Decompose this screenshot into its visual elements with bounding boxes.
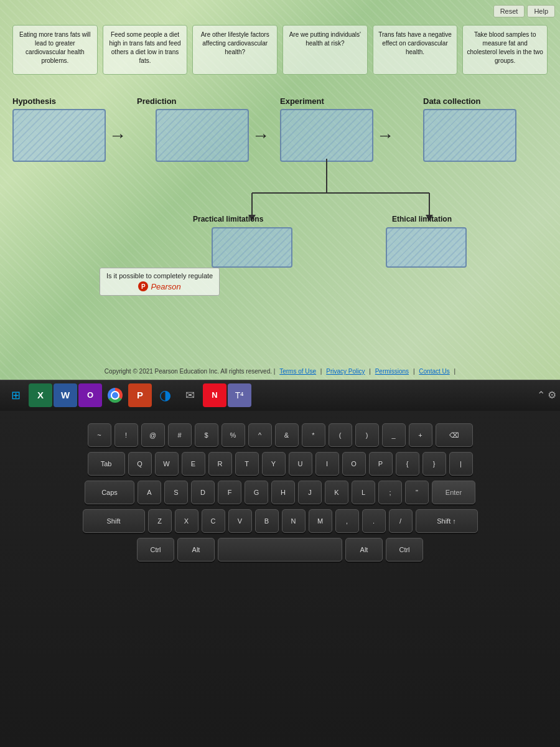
key-dash[interactable]: _ xyxy=(382,423,406,447)
copyright-text: Copyright © 2021 Pearson Education Inc. … xyxy=(105,368,272,375)
key-star[interactable]: * xyxy=(302,423,325,447)
hypothesis-label: Hypothesis xyxy=(12,96,56,106)
key-plus[interactable]: + xyxy=(409,423,432,447)
key-e[interactable]: E xyxy=(182,452,205,476)
card-1: Eating more trans fats will lead to grea… xyxy=(12,25,98,75)
key-o[interactable]: O xyxy=(342,452,366,476)
keyboard-row-z: Shift Z X C V B N M , . / Shift ↑ xyxy=(83,509,478,533)
key-space[interactable] xyxy=(218,538,342,561)
key-l[interactable]: L xyxy=(352,481,375,504)
key-ctrl-r[interactable]: Ctrl xyxy=(386,538,423,561)
card-2: Feed some people a diet high in trans fa… xyxy=(103,25,188,75)
key-q[interactable]: Q xyxy=(128,452,152,476)
taskbar-end: ⌃ ⚙ xyxy=(537,389,556,401)
key-n[interactable]: N xyxy=(282,509,306,533)
permissions-link[interactable]: Permissions xyxy=(375,368,409,375)
news-icon[interactable]: N xyxy=(203,383,226,407)
key-pipe[interactable]: | xyxy=(449,452,473,476)
pearson-brand: Pearson xyxy=(151,282,180,291)
ethical-box[interactable] xyxy=(386,227,467,268)
key-f[interactable]: F xyxy=(218,481,241,504)
key-ctrl-l[interactable]: Ctrl xyxy=(137,538,174,561)
system-tray-icon: ⌃ xyxy=(537,389,545,401)
taskbar: ⊞ X W O P ◑ ✉ N T⁴ ⌃ ⚙ xyxy=(0,380,560,410)
windows-icon[interactable]: ⊞ xyxy=(4,383,27,407)
key-caret[interactable]: ^ xyxy=(248,423,272,447)
key-tilde[interactable]: ~ xyxy=(88,423,111,447)
key-comma[interactable]: , xyxy=(335,509,359,533)
key-c[interactable]: C xyxy=(202,509,225,533)
key-w[interactable]: W xyxy=(155,452,179,476)
key-k[interactable]: K xyxy=(325,481,348,504)
key-b[interactable]: B xyxy=(255,509,279,533)
teams-icon[interactable]: T⁴ xyxy=(228,383,251,407)
key-m[interactable]: M xyxy=(309,509,332,533)
experiment-box[interactable] xyxy=(280,109,373,162)
key-u[interactable]: U xyxy=(289,452,312,476)
pearson-area: Is it possible to completely regulate P … xyxy=(100,268,220,296)
privacy-policy-link[interactable]: Privacy Policy xyxy=(326,368,365,375)
key-x[interactable]: X xyxy=(175,509,198,533)
key-alt-l[interactable]: Alt xyxy=(177,538,215,561)
key-d[interactable]: D xyxy=(191,481,215,504)
ethical-limitation-label: Ethical limitation xyxy=(392,215,452,223)
key-colon[interactable]: ; xyxy=(378,481,402,504)
key-exclaim[interactable]: ! xyxy=(114,423,138,447)
keyboard-row-num: ~ ! @ # $ % ^ & * ( ) _ + ⌫ xyxy=(88,423,473,447)
key-rparen[interactable]: ) xyxy=(355,423,379,447)
key-caps[interactable]: Caps xyxy=(85,481,134,504)
prediction-label: Prediction xyxy=(137,96,177,106)
card-4: Are we putting individuals' health at ri… xyxy=(282,25,368,75)
key-rbrace[interactable]: } xyxy=(422,452,446,476)
key-v[interactable]: V xyxy=(228,509,252,533)
practical-box[interactable] xyxy=(212,227,292,268)
key-lbrace[interactable]: { xyxy=(396,452,419,476)
prediction-box[interactable] xyxy=(156,109,249,162)
key-dollar[interactable]: $ xyxy=(195,423,218,447)
key-y[interactable]: Y xyxy=(262,452,286,476)
contact-us-link[interactable]: Contact Us xyxy=(419,368,449,375)
key-backspace[interactable]: ⌫ xyxy=(436,423,473,447)
key-h[interactable]: H xyxy=(271,481,295,504)
key-amp[interactable]: & xyxy=(275,423,299,447)
key-quote[interactable]: " xyxy=(405,481,429,504)
mail-icon[interactable]: ✉ xyxy=(178,383,202,407)
chrome-icon[interactable] xyxy=(103,383,127,407)
cards-row: Eating more trans fats will lead to grea… xyxy=(12,25,548,75)
card-5: Trans fats have a negative effect on car… xyxy=(373,25,458,75)
edge-icon[interactable]: ◑ xyxy=(153,383,177,407)
key-percent[interactable]: % xyxy=(222,423,245,447)
key-r[interactable]: R xyxy=(208,452,232,476)
powerpoint-icon[interactable]: P xyxy=(128,383,152,407)
key-a[interactable]: A xyxy=(138,481,161,504)
hypothesis-box[interactable] xyxy=(12,109,106,162)
key-at[interactable]: @ xyxy=(141,423,165,447)
key-j[interactable]: J xyxy=(298,481,322,504)
datacollection-box[interactable] xyxy=(423,109,516,162)
taskbar-settings-icon: ⚙ xyxy=(548,389,556,401)
key-rshift[interactable]: Shift ↑ xyxy=(416,509,478,533)
key-slash[interactable]: / xyxy=(389,509,413,533)
key-s[interactable]: S xyxy=(164,481,188,504)
key-tab[interactable]: Tab xyxy=(88,452,125,476)
branch-lines xyxy=(0,159,560,233)
key-period[interactable]: . xyxy=(362,509,386,533)
terms-of-use-link[interactable]: Terms of Use xyxy=(279,368,316,375)
excel-icon[interactable]: X xyxy=(29,383,52,407)
key-lshift[interactable]: Shift xyxy=(83,509,145,533)
reset-button[interactable]: Reset xyxy=(493,5,525,17)
key-g[interactable]: G xyxy=(245,481,268,504)
keyboard-row-q: Tab Q W E R T Y U I O P { } | xyxy=(88,452,473,476)
key-alt-r[interactable]: Alt xyxy=(345,538,383,561)
key-t[interactable]: T xyxy=(235,452,259,476)
key-p[interactable]: P xyxy=(369,452,393,476)
onenote-icon[interactable]: O xyxy=(78,383,102,407)
help-button[interactable]: Help xyxy=(527,5,555,17)
key-lparen[interactable]: ( xyxy=(329,423,352,447)
key-enter[interactable]: Enter xyxy=(432,481,475,504)
key-i[interactable]: I xyxy=(315,452,339,476)
card-3: Are other lifestyle factors affecting ca… xyxy=(192,25,278,75)
key-hash[interactable]: # xyxy=(168,423,192,447)
word-icon[interactable]: W xyxy=(54,383,77,407)
key-z[interactable]: Z xyxy=(148,509,172,533)
